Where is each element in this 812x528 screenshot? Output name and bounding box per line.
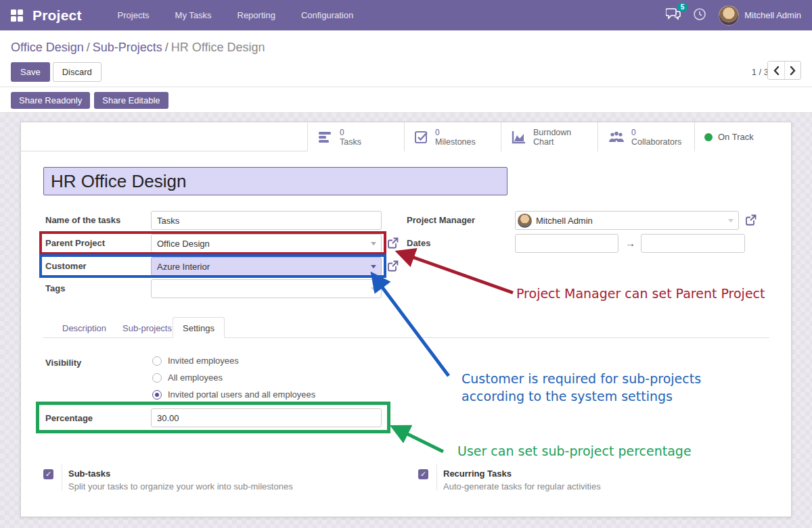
project-manager-external-link-icon[interactable]: [745, 214, 757, 226]
parent-project-label: Parent Project: [45, 238, 105, 248]
message-count-badge: 5: [677, 3, 688, 11]
radio-label: All employees: [168, 373, 223, 383]
nav-menu: Projects My Tasks Reporting Configuratio…: [108, 6, 364, 24]
collaborators-stat-button[interactable]: 0Collaborators: [597, 122, 694, 151]
breadcrumb-office-design[interactable]: Office Design: [11, 41, 84, 54]
date-range-arrow: →: [625, 237, 635, 249]
nav-item-my-tasks[interactable]: My Tasks: [165, 6, 222, 24]
radio-all-employees[interactable]: All employees: [152, 373, 223, 383]
tab-settings[interactable]: Settings: [173, 317, 225, 338]
radio-icon: [152, 356, 162, 366]
project-status-button[interactable]: On Track: [694, 122, 791, 151]
tasks-count: 0: [340, 128, 361, 137]
nav-item-reporting[interactable]: Reporting: [227, 6, 286, 24]
customer-external-link-icon[interactable]: [387, 260, 399, 272]
breadcrumb-separator: /: [165, 41, 168, 54]
sub-tasks-checkbox[interactable]: ✓: [43, 469, 53, 479]
breadcrumb-separator: /: [87, 41, 90, 54]
form-action-buttons: Save Discard: [11, 62, 102, 82]
annotation-customer: Customer is required for sub-projects ac…: [461, 370, 759, 405]
activity-clock-icon[interactable]: [693, 7, 706, 24]
nav-item-projects[interactable]: Projects: [108, 6, 160, 24]
collaborators-count: 0: [631, 128, 681, 137]
nav-item-configuration[interactable]: Configuration: [291, 6, 363, 24]
tags-input[interactable]: [151, 279, 382, 298]
radio-label: Invited employees: [168, 356, 239, 366]
collaborators-icon: [608, 130, 625, 144]
end-date-input[interactable]: [641, 234, 745, 253]
project-manager-avatar: [518, 214, 532, 228]
share-button-row: Share Readonly Share Editable: [0, 88, 812, 113]
milestones-stat-button[interactable]: 0Milestones: [404, 122, 501, 151]
project-name-input[interactable]: [43, 167, 508, 195]
milestones-label: Milestones: [435, 137, 476, 147]
milestones-icon: [414, 130, 429, 145]
project-manager-label: Project Manager: [407, 215, 475, 225]
recurring-tasks-description: Auto-generate tasks for regular activiti…: [443, 481, 601, 491]
divider: [436, 464, 437, 490]
name-of-tasks-input[interactable]: [151, 211, 382, 230]
percentage-input[interactable]: [151, 408, 382, 427]
pager-buttons: [767, 61, 801, 80]
tasks-label: Tasks: [340, 137, 361, 147]
milestones-count: 0: [435, 128, 476, 137]
control-panel: Office Design/Sub-Projects/HR Office Des…: [0, 30, 812, 87]
on-track-label: On Track: [718, 132, 754, 142]
radio-invited-employees[interactable]: Invited employees: [152, 356, 239, 366]
parent-project-select[interactable]: [151, 234, 382, 253]
burndown-chart-icon: [511, 130, 527, 145]
radio-invited-portal-users[interactable]: Invited portal users and all employees: [152, 389, 315, 400]
tags-select[interactable]: [151, 279, 382, 298]
on-track-status-dot: [704, 133, 713, 141]
stat-button-row: 0Tasks 0Milestones BurndownChart 0Collab…: [21, 122, 791, 151]
navbar: Project Projects My Tasks Reporting Conf…: [0, 0, 812, 30]
navbar-right: 5 Mitchell Admin: [666, 5, 801, 26]
collaborators-label: Collaborators: [631, 137, 681, 147]
visibility-label: Visibility: [45, 358, 81, 368]
pager-next-button[interactable]: [784, 62, 800, 79]
customer-value[interactable]: [151, 257, 382, 276]
burndown-label-line1: Burndown: [533, 128, 571, 137]
app-title[interactable]: Project: [32, 7, 82, 24]
tasks-icon: [317, 130, 334, 144]
pager-previous-button[interactable]: [768, 62, 784, 79]
share-readonly-button[interactable]: Share Readonly: [11, 92, 90, 109]
discard-button[interactable]: Discard: [53, 62, 102, 82]
tasks-stat-button[interactable]: 0Tasks: [307, 122, 404, 151]
burndown-label-line2: Chart: [533, 137, 571, 147]
user-name: Mitchell Admin: [744, 10, 801, 20]
customer-select[interactable]: [151, 257, 382, 276]
start-date-input[interactable]: [515, 234, 618, 253]
percentage-label: Percentage: [45, 413, 93, 423]
messages-icon[interactable]: 5: [666, 8, 681, 23]
apps-grid-icon[interactable]: [11, 9, 23, 22]
dates-label: Dates: [407, 238, 430, 248]
divider: [62, 464, 62, 490]
name-of-tasks-label: Name of the tasks: [45, 215, 120, 225]
breadcrumb-sub-projects[interactable]: Sub-Projects: [93, 41, 162, 54]
tab-sub-projects[interactable]: Sub-projects: [113, 318, 181, 339]
recurring-tasks-title: Recurring Tasks: [443, 469, 512, 479]
radio-icon-checked: [152, 390, 162, 400]
parent-project-value[interactable]: [151, 234, 382, 253]
annotation-parent-project: Project Manager can set Parent Project: [516, 286, 765, 301]
project-manager-select[interactable]: [515, 211, 739, 230]
radio-label: Invited portal users and all employees: [168, 389, 315, 400]
tags-label: Tags: [45, 283, 65, 293]
breadcrumb-current: HR Office Design: [171, 41, 265, 54]
project-manager-value[interactable]: [515, 211, 739, 230]
annotation-percentage: User can set sub-project percentage: [457, 443, 692, 458]
share-editable-button[interactable]: Share Editable: [94, 92, 168, 109]
page: Project Projects My Tasks Reporting Conf…: [0, 0, 812, 528]
user-menu[interactable]: Mitchell Admin: [719, 5, 801, 26]
sub-tasks-description: Split your tasks to organize your work i…: [68, 481, 293, 491]
parent-project-external-link-icon[interactable]: [387, 237, 399, 249]
tab-description[interactable]: Description: [53, 318, 116, 339]
radio-icon: [152, 373, 162, 383]
recurring-tasks-checkbox[interactable]: ✓: [418, 469, 428, 479]
customer-label: Customer: [45, 261, 87, 271]
burndown-chart-stat-button[interactable]: BurndownChart: [501, 122, 597, 151]
save-button[interactable]: Save: [11, 62, 50, 82]
user-avatar: [719, 5, 739, 26]
breadcrumb: Office Design/Sub-Projects/HR Office Des…: [11, 41, 265, 55]
